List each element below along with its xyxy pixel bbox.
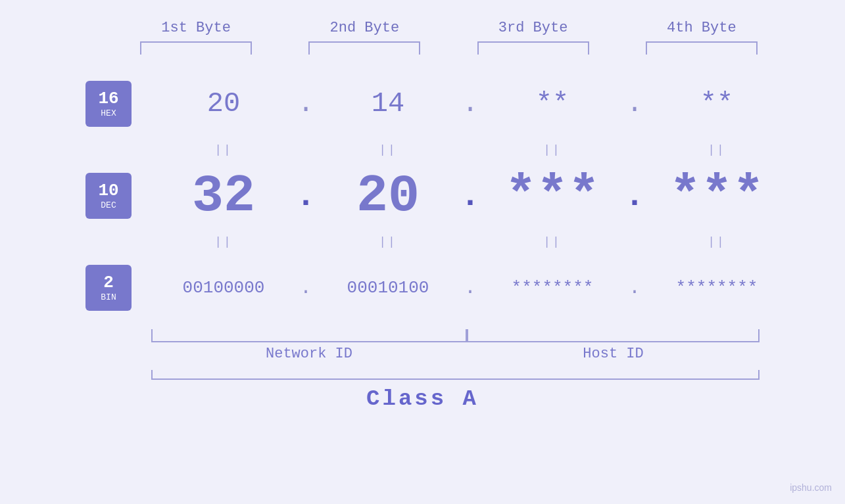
dec-row: 10 DEC 32 . 20 . *** . *** [85,160,760,232]
bin-dot2: . [460,277,480,299]
network-id-bracket [151,329,467,342]
host-id-label: Host ID [583,346,643,362]
badge-bin-label: BIN [101,292,116,303]
badge-bin-number: 2 [103,273,114,292]
bin-values: 00100000 . 00010100 . ******** . *******… [151,277,789,299]
bin-dot1: . [296,277,316,299]
bracket-top-1 [124,41,268,55]
dec-dot2: . [460,177,480,215]
badge-dec-label: DEC [101,200,116,211]
hex-byte2: 14 [316,88,460,120]
byte1-header: 1st Byte [124,20,268,36]
spacer-bin: 2 BIN [85,252,151,324]
eq1-b4: || [644,143,789,156]
eq1-b1: || [151,143,296,156]
network-id-label-container: Network ID [151,346,467,362]
labels-spacer [85,346,151,362]
hex-dot2: . [460,88,480,120]
dec-dot1: . [296,177,316,215]
dec-byte3: *** [480,166,625,226]
dec-byte1: 32 [151,166,296,226]
eq2-values: || || || || [151,235,789,248]
bin-byte3: ******** [480,278,625,298]
badge-hex-number: 16 [98,89,118,108]
spacer-dec: 10 DEC [85,160,151,232]
hex-dot1: . [296,88,316,120]
badge-bin: 2 BIN [85,265,132,311]
hex-byte3: ** [480,88,625,120]
equals-row-1: || || || || [85,143,760,156]
class-bracket-spacer [85,370,151,380]
id-labels-row: Network ID Host ID [85,346,760,362]
class-label: Class A [366,386,479,411]
eq2-b3: || [480,235,625,248]
badge-hex-label: HEX [101,108,116,119]
dec-dot3: . [625,177,644,215]
bin-row: 2 BIN 00100000 . 00010100 . ******** . [85,252,760,324]
host-id-label-container: Host ID [467,346,760,362]
bracket-top-4 [629,41,774,55]
badge-hex: 16 HEX [85,81,132,127]
byte4-header: 4th Byte [629,20,774,36]
badge-dec-number: 10 [98,181,118,200]
bin-byte4: ******** [644,278,789,298]
bin-byte1: 00100000 [151,278,296,298]
byte3-header: 3rd Byte [461,20,606,36]
class-bracket-row [85,370,760,380]
byte-headers: 1st Byte 2nd Byte 3rd Byte 4th Byte [112,0,786,36]
hex-values: 20 . 14 . ** . ** [151,88,789,120]
network-id-label: Network ID [266,346,352,362]
eq1-b3: || [480,143,625,156]
main-container: 1st Byte 2nd Byte 3rd Byte 4th Byte 16 H… [0,0,845,504]
equals-row-2: || || || || [85,235,760,248]
brackets-container [151,329,760,342]
bracket-top-2 [292,41,437,55]
eq1-b2: || [316,143,460,156]
hex-byte1: 20 [151,88,296,120]
top-brackets [112,41,786,55]
bracket-top-3 [461,41,606,55]
eq2-b1: || [151,235,296,248]
eq1-values: || || || || [151,143,789,156]
dec-values: 32 . 20 . *** . *** [151,166,789,226]
bottom-brackets-row [85,329,760,342]
class-bracket [151,370,760,380]
hex-row: 16 HEX 20 . 14 . ** . ** [85,68,760,140]
spacer-hex: 16 HEX [85,68,151,140]
bin-dot3: . [625,277,644,299]
eq2-b2: || [316,235,460,248]
byte2-header: 2nd Byte [292,20,437,36]
bin-byte2: 00010100 [316,278,460,298]
bracket-spacer [85,329,151,342]
dec-byte2: 20 [316,166,460,226]
class-label-container: Class A [85,386,760,411]
watermark: ipshu.com [790,482,832,494]
hex-dot3: . [625,88,644,120]
eq2-b4: || [644,235,789,248]
host-id-bracket [467,329,760,342]
badge-dec: 10 DEC [85,173,132,219]
hex-byte4: ** [644,88,789,120]
dec-byte4: *** [644,166,789,226]
